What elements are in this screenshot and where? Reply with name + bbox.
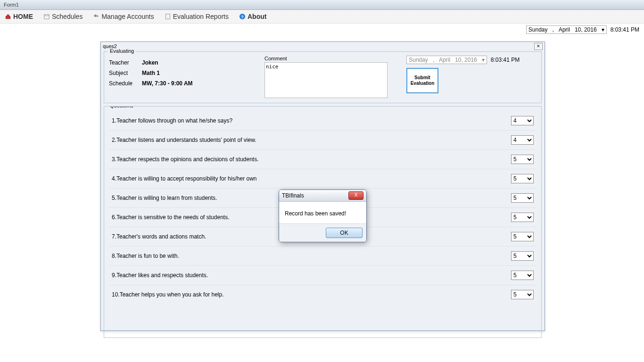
header-datetime: Sunday , April 10, 2016 ▾ 8:03:41 PM	[0, 24, 644, 34]
window-titlebar: Form1	[0, 0, 644, 10]
svg-text:?: ?	[241, 14, 244, 19]
menu-about-label: About	[248, 13, 266, 20]
question-rating-select[interactable]: 5	[511, 155, 534, 164]
submit-evaluation-button[interactable]: Submit Evaluation	[406, 68, 438, 93]
question-rating-select[interactable]: 5	[511, 271, 534, 280]
question-rating-select[interactable]: 5	[511, 193, 534, 203]
question-rating-select[interactable]: 4	[511, 135, 534, 145]
menu-home-label: HOME	[13, 13, 33, 20]
header-month: April	[559, 26, 570, 33]
menu-schedules[interactable]: Schedules	[43, 13, 83, 20]
question-rating-select[interactable]: 5	[511, 213, 534, 222]
question-text: 9.Teacher likes and respects students.	[112, 272, 208, 279]
question-row: 4.Teacher is willing to accept responsib…	[109, 169, 537, 189]
question-row: 3.Teacher respects the opinions and deci…	[109, 150, 537, 169]
question-row: 8.Teacher is fun to be with.5	[109, 247, 537, 266]
question-text: 5.Teacher is willing to learn from stude…	[112, 195, 217, 201]
evaluation-metadata: TeacherJoken SubjectMath 1 ScheduleMW, 7…	[109, 56, 250, 90]
question-rating-select[interactable]: 5	[511, 290, 534, 299]
menu-about[interactable]: ? About	[239, 13, 266, 20]
question-row: 1.Teacher follows through on what he/she…	[109, 111, 537, 131]
msgbox-titlebar: TBIfinals X	[279, 190, 366, 202]
calendar-dropdown-icon: ▾	[602, 26, 604, 33]
evaluation-form: ques2 ✕ Evaluating TeacherJoken SubjectM…	[100, 41, 545, 331]
menu-home[interactable]: HOME	[5, 13, 33, 20]
main-menu: HOME Schedules Manage Accounts Evaluatio…	[0, 10, 644, 24]
msgbox-ok-button[interactable]: OK	[326, 228, 363, 238]
header-day: 10, 2016	[575, 26, 597, 33]
question-rating-select[interactable]: 5	[511, 174, 534, 183]
comment-label: Comment	[264, 56, 388, 61]
comment-input[interactable]	[264, 62, 388, 98]
msgbox-message: Record has been saved!	[279, 202, 366, 223]
question-text: 1.Teacher follows through on what he/she…	[112, 117, 232, 124]
svg-point-3	[97, 15, 99, 17]
msgbox-title: TBIfinals	[282, 192, 304, 199]
question-rating-select[interactable]: 4	[511, 116, 534, 125]
home-icon	[5, 13, 11, 20]
help-icon: ?	[239, 13, 246, 20]
window-title: Form1	[0, 2, 23, 8]
form-close-button[interactable]: ✕	[534, 43, 543, 50]
question-row: 10.Teacher helps you when you ask for he…	[109, 285, 537, 304]
svg-point-2	[94, 15, 97, 17]
teacher-label: Teacher	[109, 59, 142, 66]
users-icon	[93, 13, 99, 20]
form-clock: 8:03:41 PM	[491, 57, 520, 63]
menu-manage-accounts-label: Manage Accounts	[101, 13, 154, 20]
calendar-icon	[43, 13, 50, 20]
subject-label: Subject	[109, 70, 142, 76]
header-clock: 8:03:41 PM	[611, 26, 639, 33]
form-date-picker[interactable]: Sunday, April 10, 2016 ▾	[406, 56, 487, 64]
question-rating-select[interactable]: 5	[511, 251, 534, 261]
question-text: 6.Teacher is sensitive to the needs of s…	[112, 214, 229, 221]
svg-rect-0	[44, 15, 50, 19]
mission-text-decor: AN LA IC GE ISSION	[545, 100, 644, 345]
question-text: 2.Teacher listens and understands studen…	[112, 137, 256, 143]
question-row: 2.Teacher listens and understands studen…	[109, 131, 537, 150]
questions-group-label: Questions	[108, 106, 135, 108]
menu-evaluation-reports-label: Evaluation Reports	[173, 13, 229, 20]
menu-schedules-label: Schedules	[52, 13, 83, 20]
teacher-value: Joken	[142, 59, 158, 66]
question-rating-select[interactable]: 5	[511, 232, 534, 241]
header-weekday: Sunday	[528, 26, 548, 33]
evaluating-group-label: Evaluating	[108, 48, 136, 54]
schedule-label: Schedule	[109, 80, 142, 87]
header-date-picker[interactable]: Sunday , April 10, 2016 ▾	[526, 25, 607, 34]
subject-value: Math 1	[142, 70, 160, 76]
save-confirmation-dialog: TBIfinals X Record has been saved! OK	[279, 189, 367, 242]
question-text: 3.Teacher respects the opinions and deci…	[112, 156, 259, 163]
calendar-dropdown-icon: ▾	[482, 57, 485, 63]
svg-rect-4	[165, 14, 170, 19]
question-text: 4.Teacher is willing to accept responsib…	[112, 175, 256, 182]
question-row: 9.Teacher likes and respects students.5	[109, 266, 537, 285]
question-text: 7.Teacher's words and actions match.	[112, 233, 206, 240]
question-text: 10.Teacher helps you when you ask for he…	[112, 291, 223, 298]
menu-manage-accounts[interactable]: Manage Accounts	[93, 13, 154, 20]
report-icon	[165, 13, 171, 20]
msgbox-close-button[interactable]: X	[348, 191, 363, 200]
schedule-value: MW, 7:30 - 9:00 AM	[142, 80, 193, 87]
school-seal-decor	[19, 119, 104, 288]
menu-evaluation-reports[interactable]: Evaluation Reports	[165, 13, 229, 20]
form-titlebar: ques2 ✕	[101, 42, 545, 50]
question-text: 8.Teacher is fun to be with.	[112, 253, 179, 259]
